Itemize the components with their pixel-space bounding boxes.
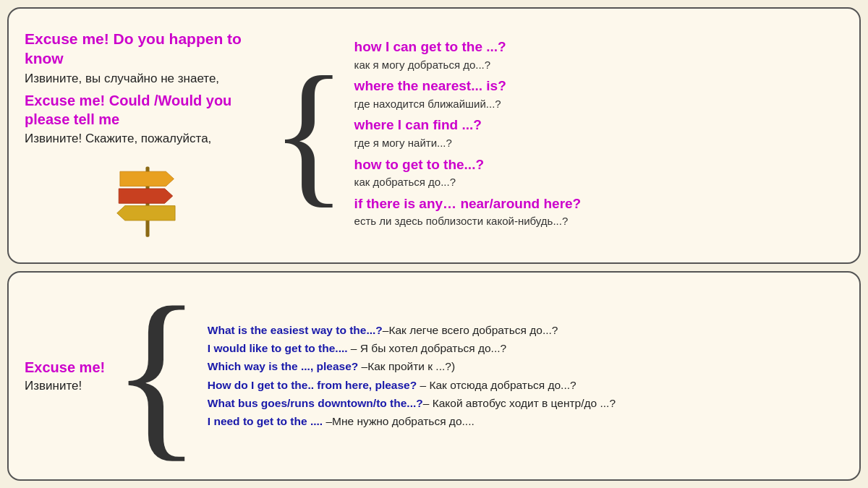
- top-card: Excuse me! Do you happen to know Извинит…: [7, 7, 861, 264]
- bottom-phrase-en-4: What bus goes/runs downtown/to the...?: [208, 397, 423, 409]
- bottom-left-section: Excuse me! Извините!: [25, 357, 111, 395]
- top-brace-container: {: [271, 22, 347, 249]
- top-phrase-en-0: how I can get to the ...?: [354, 38, 843, 56]
- bottom-phrase-en-2: Which way is the ..., please?: [208, 360, 358, 372]
- bottom-phrase-2: Which way is the ..., please? –Как пройт…: [208, 358, 843, 375]
- bottom-phrase-4: What bus goes/runs downtown/to the...?– …: [208, 395, 843, 412]
- bottom-phrase-ru-5: Мне нужно добраться до....: [332, 415, 475, 427]
- svg-marker-2: [119, 189, 172, 203]
- bottom-phrase-ru-3: Как отсюда добраться до...?: [429, 379, 576, 391]
- bottom-phrase-0: What is the easiest way to the...?–Как л…: [208, 322, 843, 339]
- signpost-illustration: [25, 160, 271, 240]
- bottom-phrase-5: I need to get to the .... –Мне нужно доб…: [208, 413, 843, 430]
- top-phrase-en-2: where I can find ...?: [354, 116, 843, 134]
- top-phrase-en-3: how to get to the...?: [354, 156, 843, 174]
- excuse1-russian: Извините, вы случайно не знаете,: [25, 70, 271, 87]
- top-phrase-en-4: if there is any… near/around here?: [354, 195, 843, 213]
- top-left-section: Excuse me! Do you happen to know Извинит…: [25, 22, 271, 249]
- bottom-phrase-ru-0: Как легче всего добраться до...?: [388, 324, 558, 336]
- bottom-phrase-ru-4: Какой автобус ходит в центр/до ...?: [433, 397, 616, 409]
- bottom-right-phrases: What is the easiest way to the...?–Как л…: [202, 322, 843, 429]
- svg-marker-3: [117, 206, 175, 221]
- svg-marker-1: [120, 171, 174, 186]
- bottom-phrase-en-0: What is the easiest way to the...?: [208, 324, 383, 336]
- bottom-excuse-russian: Извините!: [25, 377, 82, 395]
- bottom-phrase-3: How do I get to the.. from here, please?…: [208, 377, 843, 394]
- top-brace-icon: {: [271, 53, 347, 212]
- bottom-brace-icon: {: [111, 278, 202, 466]
- top-phrase-en-1: where the nearest... is?: [354, 77, 843, 95]
- bottom-phrase-en-5: I need to get to the ....: [208, 415, 323, 427]
- bottom-phrase-ru-1: Я бы хотел добраться до...?: [360, 342, 506, 354]
- top-phrase-ru-0: как я могу добраться до...?: [354, 58, 843, 72]
- excuse2-english: Excuse me! Could /Would you please tell …: [25, 91, 271, 129]
- bottom-phrase-en-1: I would like to get to the....: [208, 342, 348, 354]
- top-phrase-ru-4: есть ли здесь поблизости какой-нибудь...…: [354, 214, 843, 228]
- top-phrase-ru-3: как добраться до...?: [354, 175, 843, 189]
- excuse1-english: Excuse me! Do you happen to know: [25, 29, 271, 69]
- top-phrase-ru-2: где я могу найти...?: [354, 136, 843, 150]
- bottom-excuse-english: Excuse me!: [25, 357, 105, 377]
- bottom-phrase-en-3: How do I get to the.. from here, please?: [208, 379, 417, 391]
- bottom-phrase-1: I would like to get to the.... – Я бы хо…: [208, 340, 843, 357]
- excuse2-russian: Извините! Скажите, пожалуйста,: [25, 130, 271, 147]
- bottom-card: Excuse me! Извините! { What is the easie…: [7, 271, 861, 481]
- top-phrase-ru-1: где находится ближайший...?: [354, 97, 843, 111]
- top-right-phrases: how I can get to the ...?как я могу добр…: [347, 22, 843, 249]
- bottom-phrase-ru-2: Как пройти к ...?): [367, 360, 455, 372]
